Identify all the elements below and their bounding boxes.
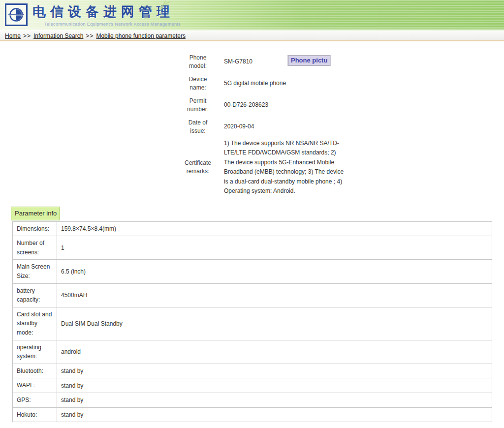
table-row-main-screen-size: Main Screen Size: 6.5 (inch)	[13, 260, 492, 283]
row-value: stand by	[57, 393, 492, 407]
phone-model-value: SM-G7810	[224, 57, 252, 66]
device-name-value: 5G digital mobile phone	[224, 79, 286, 88]
breadcrumb-link-information-search[interactable]: Information Search	[33, 32, 83, 39]
certificate-remarks-label: Certificate remarks:	[182, 159, 214, 176]
table-row-dimensions: Dimensions: 159.8×74.5×8.4(mm)	[13, 221, 492, 236]
row-label: Main Screen Size:	[13, 260, 57, 283]
table-row-hokuto: Hokuto: stand by	[13, 407, 492, 422]
table-row-operating-system: operating system: android	[13, 340, 492, 364]
row-label: GPS:	[13, 393, 57, 407]
row-label: battery capacity:	[13, 283, 57, 307]
row-value: 1	[57, 236, 492, 260]
date-of-issue-label: Date of issue:	[182, 119, 214, 136]
row-value: android	[57, 340, 492, 364]
phone-model-label: Phone model:	[182, 54, 214, 71]
sprout-decoration-icon	[158, 0, 171, 11]
row-value: stand by	[57, 364, 492, 378]
tenaa-logo-icon	[5, 3, 28, 26]
breadcrumb-separator: >>	[23, 32, 31, 39]
table-row-bluetooth: Bluetooth: stand by	[13, 364, 492, 378]
field-row-device-name: Device name: 5G digital mobile phone	[182, 73, 345, 94]
row-value: 159.8×74.5×8.4(mm)	[57, 221, 492, 236]
certificate-details-form: Phone model: SM-G7810 Phone pictu Device…	[182, 51, 345, 196]
device-name-label: Device name:	[182, 75, 214, 92]
field-row-date-of-issue: Date of issue: 2020-09-04	[182, 116, 345, 138]
row-label: Hokuto:	[13, 407, 57, 422]
row-value: 4500mAH	[57, 283, 492, 307]
table-row-gps: GPS: stand by	[13, 393, 492, 407]
header-banner: 电信设备进网管理 Telecommunication Equipment's N…	[0, 0, 504, 31]
site-subtitle-english: Telecommunication Equipment's Network Ac…	[44, 22, 181, 27]
row-value: stand by	[57, 407, 492, 422]
parameter-table: Dimensions: 159.8×74.5×8.4(mm) Number of…	[12, 221, 492, 423]
row-label: Dimensions:	[13, 221, 57, 236]
table-row-wapi: WAPI : stand by	[13, 378, 492, 393]
row-value: Dual SIM Dual Standby	[57, 307, 492, 340]
permit-number-label: Permit number:	[182, 97, 214, 114]
field-row-certificate-remarks: Certificate remarks: 1) The device suppo…	[182, 139, 345, 196]
table-row-number-of-screens: Number of screens: 1	[13, 236, 492, 260]
table-row-battery-capacity: battery capacity: 4500mAH	[13, 283, 492, 307]
row-label: Bluetooth:	[13, 364, 57, 378]
tab-parameter-info[interactable]: Parameter info	[11, 207, 60, 220]
row-value: 6.5 (inch)	[57, 260, 492, 283]
date-of-issue-value: 2020-09-04	[224, 122, 254, 131]
row-label: WAPI :	[13, 378, 57, 393]
row-value: stand by	[57, 378, 492, 393]
breadcrumb-link-mobile-phone-function-parameters[interactable]: Mobile phone function parameters	[96, 32, 185, 39]
table-row-card-slot-standby-mode: Card slot and standby mode: Dual SIM Dua…	[13, 307, 492, 340]
row-label: Card slot and standby mode:	[13, 307, 57, 340]
permit-number-value: 00-D726-208623	[224, 100, 268, 110]
field-row-permit-number: Permit number: 00-D726-208623	[182, 94, 345, 116]
row-label: operating system:	[13, 340, 57, 364]
row-label: Number of screens:	[13, 236, 57, 260]
breadcrumb-separator: >>	[86, 32, 94, 39]
certificate-remarks-value: 1) The device supports NR NSA/NR SA/TD-L…	[224, 139, 345, 196]
breadcrumb: Home >> Information Search >> Mobile pho…	[0, 31, 504, 41]
phone-picture-button[interactable]: Phone pictu	[288, 56, 330, 65]
breadcrumb-link-home[interactable]: Home	[5, 32, 21, 39]
